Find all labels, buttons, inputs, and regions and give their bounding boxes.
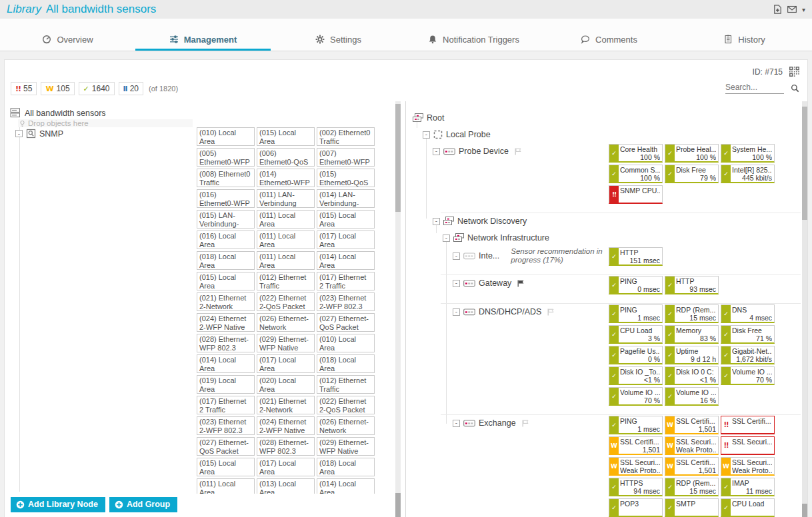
library-tile[interactable]: (015) Local Area [197, 458, 255, 476]
library-tile[interactable]: (016) Ethernet0-WFP 802.3 [197, 189, 255, 208]
library-tile[interactable]: (017) Local Area [257, 458, 315, 476]
expand-toggle[interactable]: - [433, 218, 440, 225]
library-tile[interactable]: (016) Local Area [197, 231, 255, 249]
sensor-tile[interactable]: !!SSL Securi... [721, 436, 775, 455]
library-tile[interactable]: (017) Ethernet 2 Traffic [197, 396, 255, 414]
sensor-tile[interactable]: ✓Disk IO _To...<1 % [609, 366, 663, 385]
sensor-tile[interactable]: WSSL Certifi...1,501 [665, 457, 719, 476]
add-report-icon[interactable] [773, 5, 782, 14]
library-tile[interactable]: (026) Ethernet-Network [257, 313, 315, 332]
library-tile[interactable]: (029) Ethernet-WFP Native [257, 334, 315, 352]
caret-down-icon[interactable]: ▾ [802, 6, 805, 13]
sensor-tile[interactable]: ✓Probe Heal...100 % [665, 144, 719, 163]
library-tile[interactable]: (022) Ethernet 2-QoS Packet [317, 396, 375, 414]
qr-code-icon[interactable] [789, 67, 799, 77]
library-tile[interactable]: (026) Ethernet-Network [317, 416, 375, 435]
sensor-tile[interactable]: ✓Common S...100 % [609, 165, 663, 183]
sensor-tile[interactable]: ✓Volume IO ...70 % [609, 387, 663, 406]
sensor-tile[interactable]: !!SNMP CPU... [609, 185, 663, 204]
sensor-tile[interactable]: ✓SMTP [665, 498, 719, 517]
library-tile[interactable]: (028) Ethernet-WFP 802.3 [257, 437, 315, 456]
add-library-node-button[interactable]: Add Library Node [11, 497, 105, 512]
tab-notification-triggers[interactable]: Notification Triggers [406, 30, 541, 51]
library-tile[interactable]: (021) Ethernet 2-Network [197, 292, 255, 311]
sensor-tile[interactable]: ✓Pagefile Us...0 % [609, 346, 663, 364]
status-badge-warning[interactable]: W 105 [41, 82, 74, 95]
library-tile[interactable]: (014) Local Area [317, 251, 375, 270]
sensor-tile[interactable]: ✓HTTP93 msec [665, 276, 719, 294]
library-tile[interactable]: (015) LAN-Verbindung- [197, 210, 255, 229]
library-tile[interactable]: (012) Ethernet Traffic [257, 272, 315, 290]
library-tile[interactable]: (011) Local Area [257, 231, 315, 249]
sensor-tile[interactable]: ✓HTTP151 msec [609, 247, 663, 266]
sensor-tile[interactable]: ✓Uptime9 d 12 h [665, 346, 719, 364]
library-tile[interactable]: (014) Local Area [197, 354, 255, 373]
sensor-tile[interactable]: ✓Core Health100 % [609, 144, 663, 163]
library-tile[interactable]: (011) Local Area [257, 251, 315, 270]
library-tile[interactable]: (010) Local Area [317, 334, 375, 352]
expand-toggle[interactable]: - [453, 253, 460, 260]
sensor-tile[interactable]: ✓Memory83 % [665, 325, 719, 344]
expand-toggle[interactable]: - [443, 235, 450, 242]
library-tile[interactable]: (017) Local Area [257, 354, 315, 373]
library-tile[interactable]: (012) Ethernet Traffic [317, 375, 375, 394]
sensor-tile[interactable]: ✓Volume IO ...16 % [665, 387, 719, 406]
library-tile[interactable]: (011) LAN-Verbindung [257, 189, 315, 208]
library-tile[interactable]: (013) Local Area [257, 478, 315, 494]
library-tile[interactable]: (020) Local Area [257, 375, 315, 394]
tab-management[interactable]: Management [135, 30, 271, 51]
tree-node-network-discovery[interactable]: -Network Discovery [406, 213, 801, 229]
sensor-tile[interactable]: ✓POP3 [609, 498, 663, 517]
library-tile[interactable]: (010) Local Area [197, 127, 255, 146]
tree-node-network-infrastructure[interactable]: -Network Infrastructure [406, 229, 801, 245]
library-tile[interactable]: (022) Ethernet 2-QoS Packet [257, 292, 315, 311]
scrollbar-thumb[interactable] [395, 104, 401, 212]
sensor-tile[interactable]: ✓DNS4 msec [721, 304, 775, 323]
library-tile[interactable]: (027) Ethernet-QoS Packet [317, 313, 375, 332]
library-tile[interactable]: (015) Local Area [257, 127, 315, 146]
status-badge-paused[interactable]: II 20 [119, 82, 144, 95]
sensor-tile[interactable]: ✓CPU Load [721, 498, 775, 517]
search-input[interactable] [725, 81, 784, 94]
status-badge-error[interactable]: !! 55 [11, 82, 37, 95]
library-tile[interactable]: (006) Ethernet0-QoS Packet [257, 148, 315, 167]
library-tile[interactable]: (019) Local Area [197, 375, 255, 394]
library-tile[interactable]: (018) Local Area [317, 458, 375, 476]
expand-toggle[interactable]: - [433, 148, 440, 155]
library-tile[interactable]: (021) Ethernet 2-Network [257, 396, 315, 414]
library-tile[interactable]: (018) Local Area [197, 251, 255, 270]
sensor-tile[interactable]: ✓Volume IO ...70 % [721, 366, 775, 385]
library-tile[interactable]: (008) Ethernet0 Traffic [197, 169, 255, 187]
sensor-tile[interactable]: ✓Disk Free79 % [665, 165, 719, 183]
library-tile[interactable]: (028) Ethernet-WFP 802.3 [197, 334, 255, 352]
library-tile[interactable]: (015) Local Area [197, 272, 255, 290]
library-tile[interactable]: (015) Local Area [317, 210, 375, 229]
sensor-tile[interactable]: ✓RDP (Rem...15 msec [665, 304, 719, 323]
sensor-tile[interactable]: ✓CPU Load3 % [609, 325, 663, 344]
library-tile[interactable]: (027) Ethernet-QoS Packet [197, 437, 255, 456]
tree-node-snmp[interactable]: - SNMP [15, 129, 197, 139]
expand-toggle[interactable]: - [15, 130, 23, 137]
sensor-tile[interactable]: ✓Disk IO 0 C:<1 % [665, 366, 719, 385]
sensor-tile[interactable]: WSSL Securi...Weak Proto... [665, 436, 719, 455]
library-tile[interactable]: (014) Ethernet0-WFP Native [257, 169, 315, 187]
sensor-tile[interactable]: ✓HTTPS94 msec [609, 478, 663, 496]
sensor-tile[interactable]: ✓PING0 msec [609, 276, 663, 294]
search-icon[interactable] [791, 84, 799, 94]
library-tile[interactable]: (014) LAN-Verbindung-QoS [317, 189, 375, 208]
tree-node-all-bandwidth-sensors[interactable]: All bandwidth sensors [10, 108, 197, 118]
sensor-tile[interactable]: ✓Disk Free71 % [721, 325, 775, 344]
sensor-tile[interactable]: WSSL Certifi...1,501 [665, 416, 719, 434]
tab-overview[interactable]: Overview [0, 30, 135, 51]
sensor-tile[interactable]: ✓Intel[R] 825...445 kbit/s [721, 165, 775, 183]
library-tile[interactable]: (014) Local Area [317, 478, 375, 494]
tab-comments[interactable]: Comments [541, 30, 677, 51]
tree-node-root[interactable]: Root [406, 109, 801, 125]
expand-toggle[interactable]: - [453, 420, 460, 427]
add-group-button[interactable]: Add Group [109, 497, 177, 512]
library-tile[interactable]: (015) Ethernet0-QoS Packet [317, 169, 375, 187]
sensor-tile[interactable]: WSSL Certifi...1,501 [609, 436, 663, 455]
sensor-tile[interactable]: ✓Gigabit-Net...1,672 kbit/s [721, 346, 775, 364]
sensor-tile[interactable]: !!SSL Certifi... [721, 416, 775, 434]
sensor-tile[interactable]: ✓IMAP11 msec [721, 478, 775, 496]
